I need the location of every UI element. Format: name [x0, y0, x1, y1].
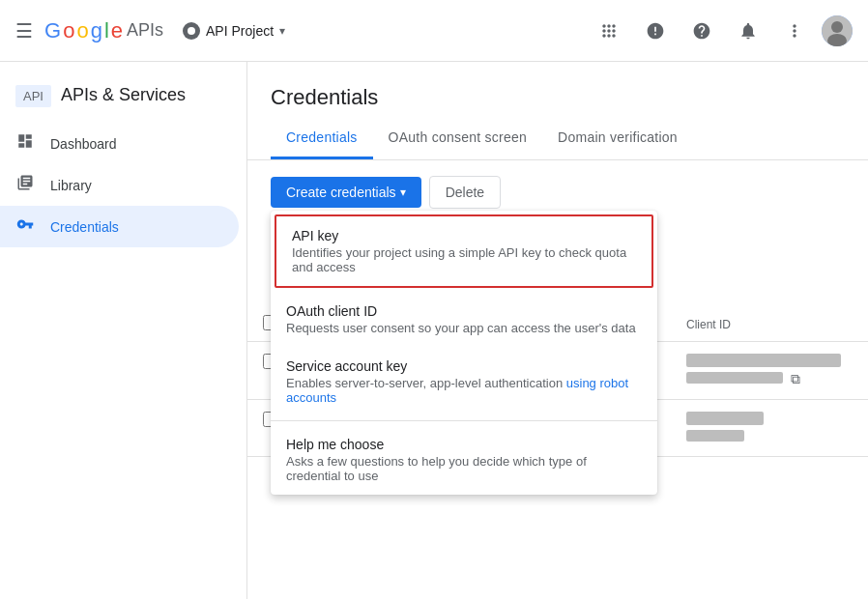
service-account-title: Service account key	[286, 358, 642, 374]
dropdown-item-help-choose[interactable]: Help me choose Asks a few questions to h…	[271, 425, 657, 495]
sidebar-title: APIs & Services	[61, 85, 186, 104]
col-header-client-id: Client ID	[671, 307, 868, 342]
help-choose-title: Help me choose	[286, 437, 642, 452]
help-icon[interactable]	[682, 12, 721, 50]
help-choose-desc: Asks a few questions to help you decide …	[286, 454, 642, 483]
main-content: Credentials Credentials OAuth consent sc…	[247, 62, 868, 599]
chevron-down-icon: ▾	[400, 185, 406, 199]
sidebar-header: API APIs & Services	[0, 77, 246, 123]
alert-icon[interactable]	[636, 12, 675, 50]
tab-domain-verification[interactable]: Domain verification	[542, 118, 693, 159]
tab-oauth-consent[interactable]: OAuth consent screen	[373, 118, 543, 159]
app-body: API APIs & Services Dashboard Library Cr…	[0, 62, 868, 599]
sidebar-item-credentials[interactable]: Credentials	[0, 206, 239, 247]
create-credentials-dropdown: API key Identifies your project using a …	[271, 211, 657, 495]
chevron-down-icon: ▾	[279, 24, 285, 38]
avatar[interactable]	[822, 15, 853, 46]
tabs-bar: Credentials OAuth consent screen Domain …	[247, 118, 868, 160]
page-title: Credentials	[247, 62, 868, 110]
create-credentials-button[interactable]: Create credentials ▾	[271, 177, 421, 208]
row-client-id	[671, 400, 868, 457]
row-client-id: ⧉	[671, 342, 868, 400]
more-icon[interactable]	[775, 12, 814, 50]
nav-left: ☰ Google APIs API Project ▾	[15, 18, 285, 43]
grid-icon[interactable]	[590, 12, 628, 50]
service-account-desc: Enables server-to-server, app-level auth…	[286, 376, 642, 405]
google-logo: Google APIs	[44, 18, 163, 43]
sidebar-item-label: Dashboard	[50, 136, 117, 152]
sidebar: API APIs & Services Dashboard Library Cr…	[0, 62, 247, 599]
copy-icon[interactable]: ⧉	[791, 371, 800, 387]
sidebar-item-dashboard[interactable]: Dashboard	[0, 123, 239, 164]
sidebar-item-label: Library	[50, 178, 92, 193]
nav-right	[590, 12, 853, 50]
credentials-toolbar: Create credentials ▾ Delete API key Iden…	[247, 160, 868, 224]
oauth-client-desc: Requests user consent so your app can ac…	[286, 321, 642, 335]
delete-label: Delete	[446, 185, 484, 200]
hamburger-icon[interactable]: ☰	[15, 19, 33, 43]
library-icon	[15, 174, 35, 196]
credentials-icon	[15, 215, 35, 238]
api-key-title: API key	[292, 228, 636, 243]
svg-point-0	[188, 27, 195, 35]
delete-button[interactable]: Delete	[429, 176, 501, 209]
sidebar-item-label: Credentials	[50, 219, 119, 235]
project-selector[interactable]: API Project ▾	[183, 22, 285, 40]
dropdown-item-oauth-client[interactable]: OAuth client ID Requests user consent so…	[271, 292, 657, 347]
svg-point-2	[831, 21, 843, 33]
bell-icon[interactable]	[729, 12, 767, 50]
create-credentials-label: Create credentials	[286, 185, 396, 200]
oauth-client-title: OAuth client ID	[286, 303, 642, 319]
sidebar-item-library[interactable]: Library	[0, 164, 239, 206]
api-key-desc: Identifies your project using a simple A…	[292, 245, 636, 274]
dropdown-item-service-account[interactable]: Service account key Enables server-to-se…	[271, 347, 657, 416]
dashboard-icon	[15, 132, 35, 155]
apis-text: APIs	[127, 20, 163, 41]
project-name: API Project	[206, 23, 274, 39]
dropdown-divider	[271, 420, 657, 421]
project-dot-icon	[183, 22, 200, 40]
top-navbar: ☰ Google APIs API Project ▾	[0, 0, 868, 62]
dropdown-item-api-key[interactable]: API key Identifies your project using a …	[275, 214, 653, 288]
tab-credentials[interactable]: Credentials	[271, 118, 373, 159]
